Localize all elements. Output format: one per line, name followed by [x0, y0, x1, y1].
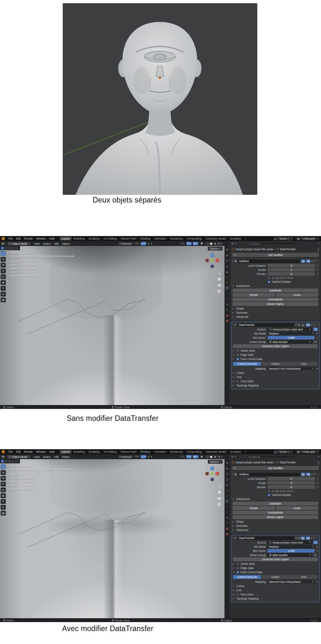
modifiers-tab-icon[interactable]: ⚙ — [225, 286, 229, 290]
colors-section-header[interactable]: Colors — [233, 584, 318, 588]
edge-data-checkbox[interactable] — [236, 354, 239, 356]
menu-file[interactable]: File — [7, 237, 14, 240]
uvs-tab[interactable]: UVs — [290, 575, 318, 579]
navigation-gizmo[interactable]: Z X — [205, 253, 219, 268]
rotate-tool[interactable]: ⟳ — [1, 482, 6, 487]
measure-tool[interactable]: ∡ — [1, 292, 6, 297]
mix-mode-dropdown[interactable]: Replace — [268, 545, 315, 548]
face-corner-data-checkbox[interactable] — [236, 571, 239, 574]
source-object-field[interactable]: retopocyclope corps seul — [268, 541, 312, 544]
viewlayer-tab-icon[interactable]: ❏ — [225, 264, 229, 268]
tab-uv-editing[interactable]: UV Editing — [102, 450, 118, 454]
vertex-group-field[interactable]: data transfer — [268, 340, 312, 344]
menu-object[interactable]: Object — [60, 242, 71, 245]
select-mode-invert-button[interactable] — [12, 460, 14, 463]
animate-dot-icon[interactable] — [317, 273, 318, 274]
edit-mode-toggle-icon[interactable] — [295, 537, 297, 539]
pin-icon[interactable] — [318, 249, 319, 250]
scene-selector[interactable]: Scene — [273, 237, 294, 241]
scale-tool[interactable]: ◱ — [1, 488, 6, 492]
tool-tab-icon[interactable]: ⚒ — [225, 248, 229, 252]
unsubdivide-button[interactable]: Unsubdivide — [233, 511, 318, 515]
world-tab-icon[interactable]: ◯ — [225, 275, 229, 279]
overlays-dropdown[interactable]: ◍ — [193, 455, 198, 459]
modifier-name-field[interactable]: Multires — [238, 260, 300, 263]
pan-button[interactable] — [217, 490, 221, 494]
material-tab-icon[interactable]: ◕ — [225, 313, 229, 317]
scale-tool[interactable]: ◱ — [1, 274, 6, 279]
gizmo-z-axis[interactable]: Z — [210, 467, 214, 470]
select-mode-intersect-button[interactable] — [15, 460, 18, 463]
collapse-icon[interactable] — [233, 260, 234, 262]
gizmo-z-axis[interactable]: Z — [210, 253, 214, 257]
texture-tab-icon[interactable]: ▩ — [225, 532, 229, 536]
transform-tool[interactable]: ◉ — [1, 280, 6, 285]
object-data-tab-icon[interactable]: ▽ — [225, 521, 229, 525]
breadcrumb-object[interactable]: retopocyclope travail tête seule — [235, 248, 273, 251]
collapse-icon[interactable] — [233, 537, 234, 539]
face-data-section[interactable]: Face Data — [233, 592, 318, 596]
sculpt-base-mesh-checkbox[interactable] — [268, 277, 271, 279]
mix-mode-dropdown[interactable]: Replace — [268, 332, 315, 335]
invert-vertex-group-button[interactable] — [313, 553, 318, 557]
properties-options-icon[interactable] — [318, 456, 319, 458]
vertex-data-section[interactable]: Vertex Data — [233, 562, 318, 566]
subdivision-section-header[interactable]: Subdivision — [233, 284, 318, 288]
menu-window[interactable]: Window — [34, 450, 47, 453]
animate-dot-icon[interactable] — [317, 550, 318, 551]
annotation-tool-icon[interactable]: ∧ — [151, 242, 152, 245]
pick-object-button[interactable] — [313, 327, 318, 331]
close-icon[interactable] — [313, 324, 316, 326]
material-tab-icon[interactable]: ◕ — [225, 526, 229, 531]
visibility-dropdown[interactable]: ◌ — [179, 455, 185, 459]
edge-data-section[interactable]: Edge Data — [233, 353, 318, 357]
overlays-dropdown[interactable]: ◍ — [193, 242, 198, 245]
scene-tab-icon[interactable]: ◭ — [225, 270, 229, 274]
tab-geometry-nodes[interactable]: Geometry Nodes — [204, 450, 228, 454]
shading-solid-icon[interactable]: ● — [209, 456, 213, 458]
breadcrumb-modifier[interactable]: DataTransfer — [280, 461, 296, 464]
close-icon[interactable] — [314, 260, 316, 262]
face-corner-data-section[interactable]: Face Corner Data — [233, 570, 318, 574]
tab-texture-paint[interactable]: Texture Paint — [118, 237, 138, 241]
cage-toggle-icon[interactable]: ▨ — [298, 537, 300, 539]
annotation-tool-icon[interactable]: ∧ — [151, 456, 152, 458]
custom-normals-tab[interactable]: Custom Normals — [233, 362, 261, 366]
toggle-perspective-button[interactable] — [217, 289, 221, 293]
modifier-name-field[interactable]: DataTransfer — [237, 536, 294, 540]
scene-selector[interactable]: Scene — [273, 450, 294, 454]
vertex-data-section[interactable]: Vertex Data — [233, 349, 318, 353]
move-tool[interactable]: ✥ — [1, 476, 6, 481]
tab-shading[interactable]: Shading — [138, 450, 152, 454]
level-viewport-value[interactable]: 6 — [268, 477, 315, 480]
vertex-data-checkbox[interactable] — [236, 563, 239, 565]
object-data-tab-icon[interactable]: ▽ — [225, 308, 229, 312]
simple-button[interactable]: Simple — [233, 506, 275, 510]
camera-view-button[interactable] — [217, 283, 221, 287]
camera-view-button[interactable] — [217, 496, 221, 500]
pin-icon[interactable] — [318, 462, 319, 463]
vertex-group-field[interactable]: data transfer — [268, 553, 312, 557]
scene-tab-icon[interactable]: ◭ — [225, 483, 229, 487]
menu-window[interactable]: Window — [34, 237, 47, 240]
snap-dropdown[interactable]: ∩ — [134, 242, 140, 245]
constraints-tab-icon[interactable]: ⟲ — [225, 516, 229, 520]
drag-handle-icon[interactable] — [316, 324, 318, 326]
physics-tab-icon[interactable]: ◌ — [225, 297, 229, 301]
invert-vertex-group-button[interactable] — [313, 340, 318, 344]
shading-material-icon[interactable]: ◑ — [213, 456, 216, 458]
tab-compositing[interactable]: Compositing — [185, 450, 204, 454]
properties-search-input[interactable]: Search — [247, 242, 298, 245]
edge-data-section[interactable]: Edge Data — [233, 566, 318, 570]
level-viewport-value[interactable]: 6 — [268, 264, 315, 267]
modifier-realtime-toggle[interactable] — [301, 323, 305, 327]
cursor-tool[interactable]: ⊕ — [1, 470, 6, 475]
add-workspace-button[interactable]: + — [243, 450, 248, 454]
animate-dot-icon[interactable] — [317, 487, 318, 488]
delete-higher-button[interactable]: Delete Higher — [233, 515, 318, 519]
annotate-tool[interactable]: ✎ — [1, 499, 6, 504]
vertex-data-checkbox[interactable] — [236, 349, 239, 352]
modifier-extras-icon[interactable] — [311, 324, 312, 326]
generate-section-header[interactable]: Generate — [233, 524, 318, 528]
tab-sculpting[interactable]: Sculpting — [87, 450, 102, 454]
